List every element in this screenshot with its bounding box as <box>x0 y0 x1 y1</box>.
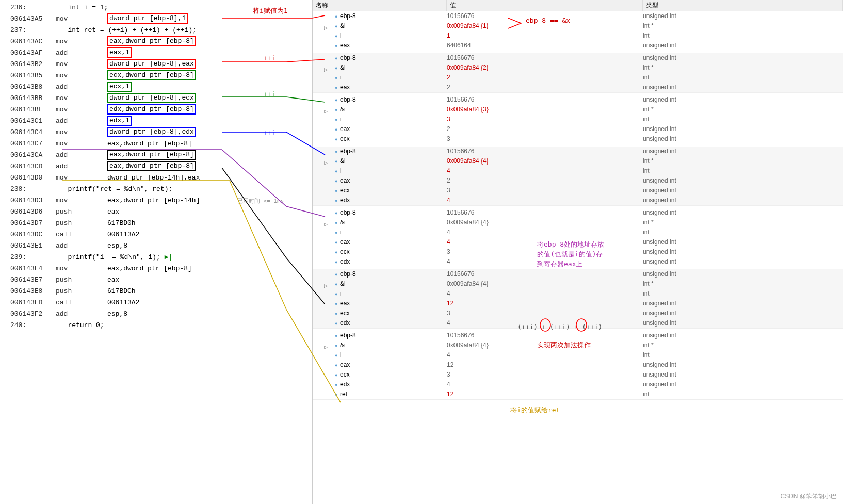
watch-type: unsigned int <box>643 176 843 186</box>
watch-row[interactable]: ⬧ecx3unsigned int <box>313 186 843 196</box>
watch-name: ⬧ecx <box>313 370 447 380</box>
operands: edx,1 <box>107 116 132 126</box>
watch-row[interactable]: ⬧ebp-810156676unsigned int <box>313 95 843 105</box>
variable-icon: ⬧ <box>334 270 338 278</box>
watch-type: unsigned int <box>643 11 843 21</box>
source-line[interactable]: 239: printf("i = %d\n", i); ▶| <box>10 252 312 263</box>
watch-row[interactable]: ⬧ret12int <box>313 389 843 399</box>
operands: eax,dword ptr [ebp-8] <box>107 150 196 160</box>
watch-name: ⬧i <box>313 227 447 237</box>
watch-row[interactable]: ⬧ecx3unsigned int <box>313 308 843 318</box>
watch-row[interactable]: ▷⬧&i0x009afa84 {1}int * <box>313 21 843 31</box>
watch-row[interactable]: ⬧i2int <box>313 73 843 83</box>
watch-name: ⬧i <box>313 31 447 41</box>
operands: 006113A2 <box>107 229 139 240</box>
watch-value: 10156676 <box>447 95 643 105</box>
watch-row[interactable]: ⬧ecx3unsigned int <box>313 370 843 380</box>
watch-row[interactable]: ▷⬧&i0x009afa84 {2}int * <box>313 63 843 73</box>
variable-icon: ⬧ <box>334 96 338 103</box>
watch-type: unsigned int <box>643 269 843 279</box>
addr: 006143ED <box>10 297 56 308</box>
variable-icon: ⬧ <box>334 125 338 133</box>
watch-row[interactable]: ⬧edx4unsigned int <box>313 380 843 389</box>
watch-row[interactable]: ⬧i4int <box>313 227 843 237</box>
watch-row[interactable]: ⬧ebp-810156676unsigned int <box>313 208 843 218</box>
source-line[interactable]: 240: return 0; <box>10 320 312 331</box>
asm-line[interactable]: 006143CD addeax,dword ptr [ebp-8] <box>10 161 312 172</box>
watch-name: ⬧ebp-8 <box>313 147 447 156</box>
watch-type: unsigned int <box>643 95 843 105</box>
watch-row[interactable]: ⬧i3int <box>313 115 843 124</box>
annotation: 将ebp-8处的地址存放 <box>537 240 604 249</box>
variable-icon: ⬧ <box>334 22 338 29</box>
variable-icon: ⬧ <box>334 187 338 194</box>
watch-row[interactable]: ⬧eax12unsigned int <box>313 299 843 308</box>
asm-line[interactable]: 006143CA addeax,dword ptr [ebp-8] <box>10 150 312 161</box>
asm-line[interactable]: 006143B5 movecx,dword ptr [ebp-8] <box>10 70 312 82</box>
annotation: 将i赋值为1 <box>253 6 288 15</box>
variable-icon: ⬧ <box>334 32 338 39</box>
source-line[interactable]: 237: int ret = (++i) + (++i) + (++i); <box>10 25 312 36</box>
watch-row[interactable]: ⬧ebp-810156676unsigned int <box>313 11 843 21</box>
watch-header: 名称 值 类型 <box>313 0 843 11</box>
addr: 006143AF <box>10 47 56 59</box>
watch-row[interactable]: ⬧eax2unsigned int <box>313 124 843 134</box>
asm-line[interactable]: 006143E4 moveax,dword ptr [ebp-8] <box>10 263 312 274</box>
watch-value: 4 <box>447 196 643 205</box>
asm-line[interactable]: 006143ED call006113A2 <box>10 297 312 308</box>
asm-line[interactable]: 006143E8 push617BDCh <box>10 286 312 297</box>
watch-name: ⬧i <box>313 166 447 176</box>
watch-type: int <box>643 389 843 399</box>
watch-row[interactable]: ▷⬧&i0x009afa84 {4}int * <box>313 279 843 289</box>
watch-row[interactable]: ▷⬧&i0x009afa84 {4}int * <box>313 156 843 166</box>
opcode: add <box>56 240 107 252</box>
watch-row[interactable]: ⬧edx4unsigned int <box>313 196 843 205</box>
asm-line[interactable]: 006143C7 moveax,dword ptr [ebp-8] <box>10 138 312 150</box>
asm-line[interactable]: 006143E7 pusheax <box>10 274 312 286</box>
asm-line[interactable]: 006143F2 addesp,8 <box>10 308 312 320</box>
watch-value: 1 <box>447 31 643 41</box>
watch-name: ⬧eax <box>313 176 447 186</box>
watch-name: ⬧i <box>313 350 447 360</box>
operands: eax <box>107 274 119 286</box>
watch-name: ⬧ebp-8 <box>313 269 447 279</box>
watch-row[interactable]: ⬧i4int <box>313 350 843 360</box>
watch-row[interactable]: ⬧ebp-810156676unsigned int <box>313 331 843 340</box>
watch-row[interactable]: ⬧eax2unsigned int <box>313 83 843 92</box>
watch-value: 10156676 <box>447 269 643 279</box>
watch-name: ⬧eax <box>313 83 447 92</box>
opcode: add <box>56 47 107 59</box>
asm-line[interactable]: 006143E1 addesp,8 <box>10 240 312 252</box>
watch-row[interactable]: ⬧i4int <box>313 289 843 299</box>
watch-row[interactable]: ⬧eax12unsigned int <box>313 360 843 370</box>
asm-line[interactable]: 006143DC call006113A2 <box>10 229 312 240</box>
watch-row[interactable]: ⬧eax6406164unsigned int <box>313 41 843 51</box>
opcode: mov <box>56 70 107 82</box>
asm-line[interactable]: 006143D7 push617BD0h <box>10 218 312 229</box>
watch-type: unsigned int <box>643 53 843 63</box>
watch-row[interactable]: ⬧i1int <box>313 31 843 41</box>
col-name-header[interactable]: 名称 <box>313 0 447 11</box>
asm-line[interactable]: 006143D6 pusheax <box>10 206 312 218</box>
watch-row[interactable]: ▷⬧&i0x009afa84 {3}int * <box>313 105 843 115</box>
source-line[interactable]: 238: printf("ret = %d\n", ret); <box>10 184 312 195</box>
annotation: 实现两次加法操作 <box>537 340 591 350</box>
watch-row[interactable]: ⬧ecx3unsigned int <box>313 134 843 144</box>
watch-pane: 名称 值 类型 ⬧ebp-810156676unsigned int▷⬧&i0x… <box>312 0 843 504</box>
asm-line[interactable]: 006143C1 addedx,1 <box>10 116 312 127</box>
watch-row[interactable]: ⬧eax2unsigned int <box>313 176 843 186</box>
watch-row[interactable]: ⬧ebp-810156676unsigned int <box>313 147 843 156</box>
addr: 239: <box>10 252 56 263</box>
watch-name: ⬧ecx <box>313 134 447 144</box>
watch-row[interactable]: ⬧ebp-810156676unsigned int <box>313 269 843 279</box>
watch-row[interactable]: ▷⬧&i0x009afa84 {4}int * <box>313 218 843 227</box>
asm-line[interactable]: 006143AC moveax,dword ptr [ebp-8] <box>10 36 312 47</box>
watch-row[interactable]: ⬧ebp-810156676unsigned int <box>313 53 843 63</box>
addr: 006143A5 <box>10 13 56 25</box>
asm-line[interactable]: 006143BE movedx,dword ptr [ebp-8] <box>10 104 312 116</box>
col-type-header[interactable]: 类型 <box>643 0 843 11</box>
watch-row[interactable]: ⬧i4int <box>313 166 843 176</box>
opcode: push <box>56 218 107 229</box>
col-val-header[interactable]: 值 <box>447 0 643 11</box>
asm-line[interactable]: 006143D0 movdword ptr [ebp-14h],eax <box>10 172 312 184</box>
